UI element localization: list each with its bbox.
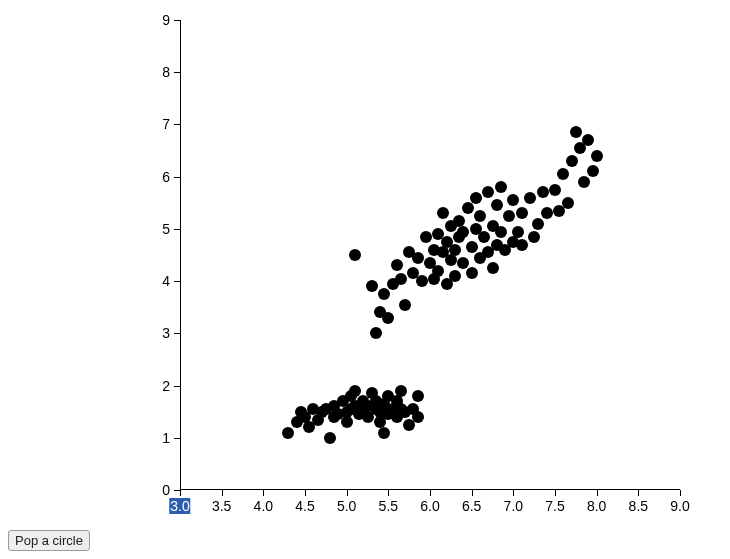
scatter-point[interactable]	[482, 186, 494, 198]
y-tick-label: 0	[162, 482, 170, 498]
scatter-point[interactable]	[412, 390, 424, 402]
scatter-point[interactable]	[378, 427, 390, 439]
x-tick	[305, 490, 306, 496]
scatter-point[interactable]	[420, 231, 432, 243]
x-tick	[597, 490, 598, 496]
x-tick	[222, 490, 223, 496]
scatter-point[interactable]	[491, 199, 503, 211]
pop-circle-button[interactable]: Pop a circle	[8, 530, 90, 551]
x-tick	[180, 490, 181, 496]
x-tick	[430, 490, 431, 496]
scatter-point[interactable]	[516, 239, 528, 251]
y-tick-label: 6	[162, 169, 170, 185]
scatter-point[interactable]	[582, 134, 594, 146]
y-tick-label: 3	[162, 325, 170, 341]
scatter-point[interactable]	[578, 176, 590, 188]
y-tick-label: 9	[162, 12, 170, 28]
scatter-point[interactable]	[466, 241, 478, 253]
scatter-point[interactable]	[349, 249, 361, 261]
y-tick	[174, 229, 180, 230]
scatter-point[interactable]	[391, 259, 403, 271]
x-tick-label: 4.5	[295, 498, 314, 514]
y-tick-label: 4	[162, 273, 170, 289]
scatter-point[interactable]	[512, 226, 524, 238]
scatter-point[interactable]	[432, 265, 444, 277]
scatter-point[interactable]	[570, 126, 582, 138]
scatter-point[interactable]	[378, 288, 390, 300]
scatter-point[interactable]	[495, 181, 507, 193]
x-tick-label: 6.5	[462, 498, 481, 514]
scatter-point[interactable]	[462, 202, 474, 214]
x-tick-label: 5.5	[379, 498, 398, 514]
scatter-point[interactable]	[412, 252, 424, 264]
x-tick	[555, 490, 556, 496]
y-axis	[180, 20, 181, 490]
scatter-point[interactable]	[449, 270, 461, 282]
scatter-point[interactable]	[370, 327, 382, 339]
x-tick	[388, 490, 389, 496]
stage: 01234567893.03.54.04.55.05.56.06.57.07.5…	[0, 0, 730, 559]
scatter-point[interactable]	[382, 312, 394, 324]
scatter-point[interactable]	[528, 231, 540, 243]
scatter-point[interactable]	[366, 280, 378, 292]
x-tick-label: 3.0	[169, 498, 190, 514]
scatter-point[interactable]	[503, 210, 515, 222]
x-tick-label: 8.5	[629, 498, 648, 514]
scatter-point[interactable]	[507, 194, 519, 206]
scatter-point[interactable]	[541, 207, 553, 219]
y-tick-label: 2	[162, 378, 170, 394]
x-tick-label: 4.0	[254, 498, 273, 514]
scatter-point[interactable]	[324, 432, 336, 444]
scatter-point[interactable]	[587, 165, 599, 177]
scatter-point[interactable]	[341, 416, 353, 428]
y-tick	[174, 438, 180, 439]
scatter-point[interactable]	[395, 273, 407, 285]
scatter-point[interactable]	[449, 244, 461, 256]
x-tick	[347, 490, 348, 496]
x-tick-label: 8.0	[587, 498, 606, 514]
x-tick	[638, 490, 639, 496]
scatter-point[interactable]	[557, 168, 569, 180]
scatter-point[interactable]	[395, 385, 407, 397]
scatter-point[interactable]	[466, 267, 478, 279]
scatter-point[interactable]	[457, 226, 469, 238]
y-tick-label: 8	[162, 64, 170, 80]
x-tick	[680, 490, 681, 496]
x-tick-label: 3.5	[212, 498, 231, 514]
scatter-chart: 01234567893.03.54.04.55.05.56.06.57.07.5…	[140, 10, 700, 520]
scatter-point[interactable]	[495, 226, 507, 238]
plot-area: 01234567893.03.54.04.55.05.56.06.57.07.5…	[180, 20, 680, 490]
y-tick	[174, 281, 180, 282]
scatter-point[interactable]	[537, 186, 549, 198]
scatter-point[interactable]	[562, 197, 574, 209]
scatter-point[interactable]	[437, 207, 449, 219]
scatter-point[interactable]	[478, 231, 490, 243]
y-tick-label: 5	[162, 221, 170, 237]
scatter-point[interactable]	[549, 184, 561, 196]
scatter-point[interactable]	[457, 257, 469, 269]
x-tick	[472, 490, 473, 496]
x-tick-label: 7.0	[504, 498, 523, 514]
y-tick	[174, 20, 180, 21]
scatter-point[interactable]	[532, 218, 544, 230]
y-tick-label: 1	[162, 430, 170, 446]
scatter-point[interactable]	[445, 254, 457, 266]
scatter-point[interactable]	[566, 155, 578, 167]
x-tick-label: 7.5	[545, 498, 564, 514]
x-tick	[263, 490, 264, 496]
scatter-point[interactable]	[591, 150, 603, 162]
scatter-point[interactable]	[470, 192, 482, 204]
y-tick	[174, 333, 180, 334]
scatter-point[interactable]	[416, 275, 428, 287]
x-tick	[513, 490, 514, 496]
scatter-point[interactable]	[524, 192, 536, 204]
y-tick-label: 7	[162, 116, 170, 132]
scatter-point[interactable]	[474, 210, 486, 222]
scatter-point[interactable]	[516, 207, 528, 219]
y-tick	[174, 124, 180, 125]
scatter-point[interactable]	[412, 411, 424, 423]
y-tick	[174, 386, 180, 387]
scatter-point[interactable]	[282, 427, 294, 439]
scatter-point[interactable]	[487, 262, 499, 274]
scatter-point[interactable]	[399, 299, 411, 311]
